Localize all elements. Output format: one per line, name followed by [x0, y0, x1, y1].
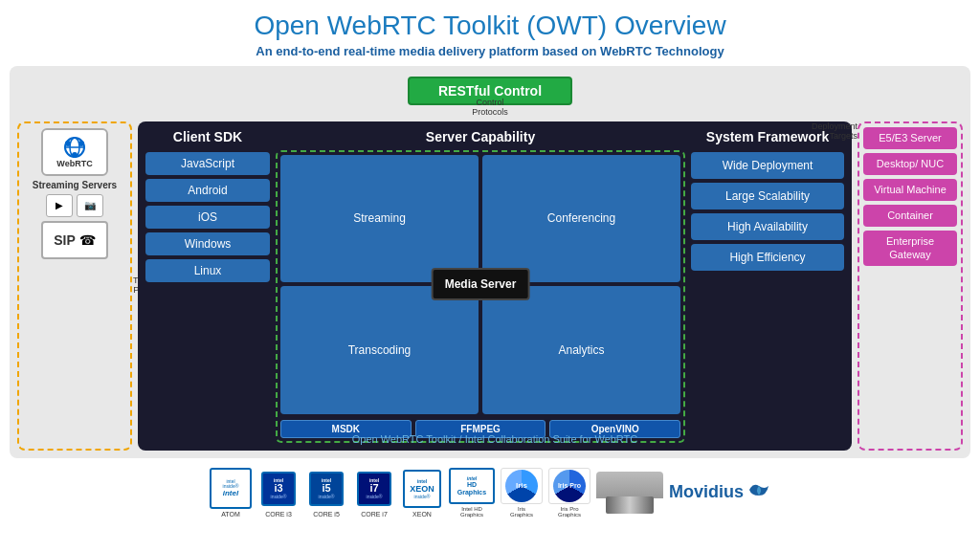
- fw-large-scalability: Large Scalability: [691, 183, 844, 209]
- client-sdk: Client SDK JavaScript Android iOS Window…: [145, 129, 270, 443]
- sdk-javascript: JavaScript: [145, 152, 270, 175]
- core-i7-chip: intel i7 inside® CORE i7: [353, 468, 395, 518]
- core-i7-label: CORE i7: [361, 511, 388, 518]
- core-i5-box: intel i5 inside®: [305, 468, 347, 509]
- gpu-device: [596, 468, 663, 518]
- xeon-chip: intel XEON inside® XEON: [401, 468, 443, 518]
- atom-label: ATOM: [221, 511, 240, 518]
- control-protocols-label: ControlProtocols: [472, 99, 508, 118]
- movidius-icon: [747, 478, 770, 506]
- page-subtitle: An end-to-end real-time media delivery p…: [0, 44, 980, 58]
- iris-label: IrisGraphics: [510, 506, 533, 518]
- stream-icon-play: ▶: [46, 194, 73, 217]
- deploy-e5e3: E5/E3 Server: [863, 127, 957, 149]
- system-framework: System Framework Wide Deployment Large S…: [691, 129, 844, 443]
- media-server-box: Media Server: [432, 268, 530, 300]
- page-title: Open WebRTC Toolkit (OWT) Overview: [0, 0, 980, 42]
- fw-high-availability: High Availability: [691, 213, 844, 240]
- streaming-servers-label: Streaming Servers: [33, 180, 117, 190]
- webrtc-icon: [60, 136, 89, 159]
- movidius-item: Movidius: [669, 468, 770, 518]
- content-row: WebRTC Streaming Servers ▶ 📷 SIP ☎ Trans…: [17, 121, 963, 451]
- movidius-box: Movidius: [669, 478, 770, 506]
- green-dashed-wrapper: Streaming Conferencing Transcoding Analy…: [276, 150, 685, 443]
- iris-pro-chip: Iris Pro Iris ProGraphics: [548, 468, 590, 518]
- atom-chip: intelinside® intel ATOM: [210, 468, 252, 518]
- chips-row: intelinside® intel ATOM intel i3 inside®…: [0, 464, 980, 521]
- fw-wide-deployment: Wide Deployment: [691, 152, 844, 179]
- gpu-connector-icon: [606, 496, 654, 514]
- core-i5-chip: intel i5 inside® CORE i5: [305, 468, 347, 518]
- deployment-targets-label: Deployment Targets: [802, 121, 858, 143]
- svg-point-4: [78, 141, 84, 146]
- restful-row: RESTful Control ControlProtocols: [17, 74, 963, 108]
- cap-analytics: Analytics: [482, 286, 680, 414]
- deploy-desktop: Desktop/ NUC: [863, 153, 957, 175]
- cap-transcoding: Transcoding: [280, 286, 479, 414]
- iris-chip: Iris IrisGraphics: [501, 468, 543, 518]
- client-sdk-title: Client SDK: [145, 129, 270, 144]
- xeon-chip-box: intel XEON inside®: [401, 468, 443, 509]
- server-cap-grid: Streaming Conferencing Transcoding Analy…: [280, 155, 680, 414]
- deploy-container: Container: [863, 205, 957, 227]
- sdk-android: Android: [145, 179, 270, 202]
- core-i3-chip: intel i3 inside® CORE i3: [257, 468, 300, 518]
- sdk-windows: Windows: [145, 232, 270, 255]
- svg-point-3: [65, 141, 71, 146]
- iris-circle: Iris: [505, 470, 538, 502]
- main-diagram: RESTful Control ControlProtocols We: [10, 66, 970, 458]
- core-i3-label: CORE i3: [265, 511, 292, 518]
- core-i5-label: CORE i5: [313, 511, 340, 518]
- phone-icon: ☎: [79, 232, 96, 248]
- intel-hd-chip: intel HDGraphics Intel HDGraphics: [449, 468, 495, 518]
- sip-box: SIP ☎: [41, 221, 108, 259]
- cap-streaming: Streaming: [280, 155, 479, 283]
- streaming-icons: ▶ 📷: [46, 194, 103, 217]
- server-capability: Server Capability Streaming Conferencing…: [276, 129, 685, 443]
- deploy-enterprise: Enterprise Gateway: [863, 231, 957, 265]
- sip-label: SIP: [54, 232, 76, 248]
- iris-pro-chip-box: Iris Pro: [548, 468, 590, 504]
- footer-label: Open WebRTC Toolkit / Intel Collaboratio…: [138, 433, 852, 445]
- sdk-linux: Linux: [145, 259, 270, 282]
- core-i3-box: intel i3 inside®: [257, 468, 300, 509]
- iris-chip-box: Iris: [501, 468, 543, 504]
- intel-hd-label: Intel HDGraphics: [460, 506, 483, 518]
- right-panel: Deployment Targets E5/E3 Server Desktop/…: [858, 121, 963, 451]
- core-i7-box: intel i7 inside®: [353, 468, 395, 509]
- iris-pro-label: Iris ProGraphics: [558, 506, 581, 518]
- atom-chip-box: intelinside® intel: [210, 468, 252, 509]
- webrtc-logo: WebRTC: [41, 128, 108, 176]
- server-cap-title: Server Capability: [276, 129, 685, 144]
- stream-icon-cam: 📷: [77, 194, 103, 217]
- main-black-area: Client SDK JavaScript Android iOS Window…: [138, 121, 852, 451]
- svg-point-5: [72, 152, 78, 158]
- sdk-ios: iOS: [145, 206, 270, 229]
- fw-high-efficiency: High Efficiency: [691, 244, 844, 271]
- movidius-label: Movidius: [669, 482, 744, 502]
- deploy-vm: Virtual Machine: [863, 179, 957, 201]
- cap-conferencing: Conferencing: [482, 155, 680, 283]
- webrtc-label: WebRTC: [56, 159, 92, 168]
- left-panel: WebRTC Streaming Servers ▶ 📷 SIP ☎ Trans…: [17, 121, 132, 451]
- xeon-label: XEON: [412, 511, 432, 518]
